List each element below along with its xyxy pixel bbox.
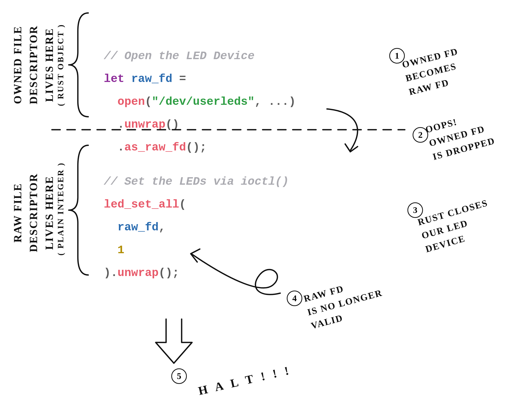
code-open: open bbox=[118, 95, 145, 108]
brace-lower bbox=[69, 145, 88, 275]
label-owned-fd: OWNED FILE DESCRIPTOR LIVES HERE bbox=[10, 16, 57, 114]
label-rust-object: ( RUST OBJECT ) bbox=[56, 13, 65, 117]
code-eq: = bbox=[172, 72, 186, 85]
code-paren3: (); bbox=[159, 266, 179, 279]
note-2: OOPS! OWNED FD IS DROPPED bbox=[424, 107, 497, 164]
code-unwrap1: unwrap bbox=[124, 118, 165, 131]
code-rest1: , ...) bbox=[255, 95, 296, 108]
code-one: 1 bbox=[118, 244, 124, 257]
note-3: RUST CLOSES OUR LED DEVICE bbox=[416, 196, 497, 256]
arrow-owned-to-raw-head bbox=[345, 144, 358, 152]
code-dot2: . bbox=[118, 141, 124, 154]
code-unwrap2: unwrap bbox=[118, 266, 159, 279]
code-rawfd-use: raw_fd bbox=[118, 221, 159, 234]
code-asrawfd: as_raw_fd bbox=[124, 141, 186, 154]
arrow-owned-to-raw bbox=[327, 109, 358, 150]
code-paren1: () bbox=[166, 118, 179, 131]
code-ledsetall: led_set_all bbox=[104, 198, 179, 211]
code-path: "/dev/userleds" bbox=[152, 95, 255, 108]
code-lparen1: ( bbox=[145, 95, 152, 108]
note-1: OWNED FD BECOMES RAW FD bbox=[401, 44, 467, 99]
code-comment-set: // Set the LEDs via ioctl() bbox=[104, 175, 289, 188]
label-raw-fd: RAW FILE DESCRIPTOR LIVES HERE bbox=[10, 153, 57, 272]
note-4-number: 4 bbox=[287, 291, 302, 306]
code-comma2: , bbox=[159, 221, 165, 234]
arrow-halt bbox=[156, 319, 192, 363]
note-4: RAW FD IS NO LONGER VALID bbox=[302, 272, 388, 333]
code-block: // Open the LED Device let raw_fd = open… bbox=[104, 39, 296, 279]
code-lparen2: ( bbox=[179, 198, 186, 211]
code-let: let bbox=[104, 72, 124, 85]
code-paren2: (); bbox=[186, 141, 207, 154]
brace-upper bbox=[69, 13, 88, 117]
note-5-number: 5 bbox=[171, 368, 187, 384]
label-plain-integer: ( PLAIN INTEGER ) bbox=[56, 144, 65, 274]
note-5: H A L T ! ! ! bbox=[197, 363, 293, 398]
code-comment-open: // Open the LED Device bbox=[104, 50, 255, 63]
code-rawfd-decl: raw_fd bbox=[131, 72, 172, 85]
code-dot1: . bbox=[118, 118, 124, 131]
code-rparen2: ). bbox=[104, 266, 118, 279]
